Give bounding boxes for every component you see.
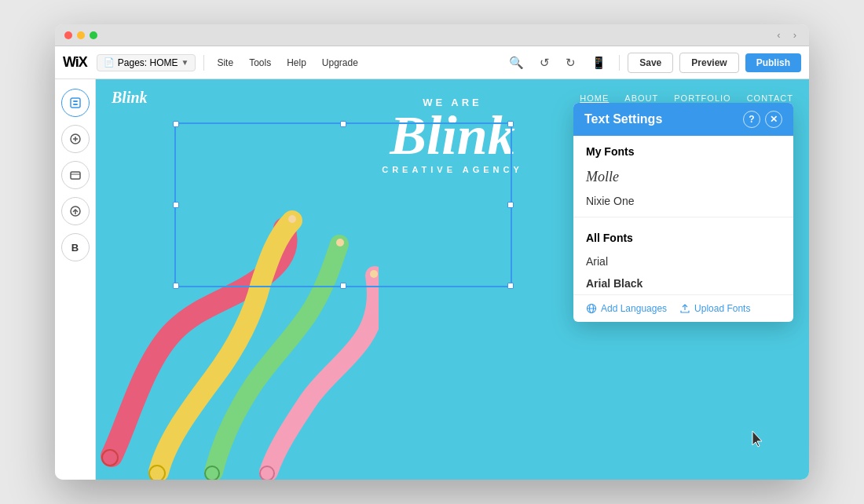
- browser-forward-btn[interactable]: ›: [790, 29, 800, 41]
- sidebar-pages-btn[interactable]: [61, 89, 90, 117]
- svg-point-17: [260, 466, 274, 480]
- text-settings-panel: Text Settings ? ✕ My Fonts Molle Nixie O…: [573, 103, 793, 322]
- browser-back-btn[interactable]: ‹: [774, 29, 783, 41]
- font-nixie-item[interactable]: Nixie One: [573, 190, 793, 212]
- browser-window: ‹ › WiX 📄 Pages: HOME ▼ Site Tools Help …: [55, 24, 809, 480]
- chevron-down-icon: ▼: [181, 58, 189, 67]
- font-arial-black-item[interactable]: Arial Black: [573, 272, 793, 294]
- handle-bottom-right[interactable]: [507, 283, 514, 289]
- panel-divider: [573, 217, 793, 217]
- publish-button[interactable]: Publish: [745, 53, 801, 72]
- svg-rect-6: [71, 172, 80, 179]
- handle-top-middle[interactable]: [340, 121, 346, 127]
- panel-header: Text Settings ? ✕: [573, 103, 793, 136]
- upload-icon: [69, 205, 82, 217]
- maximize-window-btn[interactable]: [90, 31, 97, 39]
- website-preview: Blink HOME ABOUT PORTFOLIO CONTACT WE AR…: [96, 79, 809, 480]
- font-arial-label: Arial: [586, 255, 608, 268]
- wix-logo: WiX: [63, 54, 87, 71]
- font-arial-black-label: Arial Black: [586, 277, 643, 290]
- globe-icon: [586, 303, 597, 314]
- add-icon: [69, 133, 82, 145]
- preview-button[interactable]: Preview: [679, 53, 738, 73]
- upload-fonts-action[interactable]: Upload Fonts: [679, 303, 750, 314]
- left-sidebar: B: [55, 79, 96, 480]
- svg-point-11: [102, 450, 118, 466]
- sidebar-upload-btn[interactable]: [61, 197, 90, 225]
- svg-point-15: [205, 466, 219, 480]
- toolbar-tools-link[interactable]: Tools: [244, 57, 276, 68]
- add-languages-action[interactable]: Add Languages: [586, 303, 667, 314]
- svg-rect-2: [73, 104, 78, 105]
- panel-title: Text Settings: [584, 112, 662, 126]
- search-btn[interactable]: 🔍: [504, 53, 529, 73]
- toolbar-separator-2: [619, 55, 620, 71]
- pages-icon: 📄: [104, 57, 115, 68]
- all-fonts-section-header: All Fonts: [573, 222, 793, 250]
- panel-close-button[interactable]: ✕: [765, 111, 782, 128]
- toolbar-help-link[interactable]: Help: [282, 57, 311, 68]
- panel-header-actions: ? ✕: [743, 111, 782, 128]
- pages-icon: [69, 97, 82, 109]
- font-nixie-label: Nixie One: [586, 195, 634, 207]
- svg-point-13: [149, 466, 165, 480]
- close-window-btn[interactable]: [64, 31, 72, 39]
- font-molle-item[interactable]: Molle: [573, 164, 793, 190]
- media-icon: [69, 169, 82, 181]
- canvas-area[interactable]: Blink HOME ABOUT PORTFOLIO CONTACT WE AR…: [96, 79, 809, 480]
- handle-top-left[interactable]: [173, 121, 179, 127]
- upload-fonts-label: Upload Fonts: [694, 303, 750, 314]
- my-fonts-section-header: My Fonts: [573, 136, 793, 164]
- minimize-window-btn[interactable]: [77, 31, 85, 39]
- panel-footer: Add Languages Upload Fonts: [573, 294, 793, 322]
- pages-dropdown[interactable]: 📄 Pages: HOME ▼: [97, 54, 196, 71]
- toolbar-upgrade-link[interactable]: Upgrade: [317, 57, 363, 68]
- svg-rect-1: [73, 100, 78, 102]
- pages-label: Pages: HOME: [118, 57, 178, 68]
- handle-top-right[interactable]: [507, 121, 514, 127]
- undo-btn[interactable]: ↺: [535, 53, 555, 73]
- browser-nav: ‹ ›: [774, 29, 800, 41]
- device-preview-btn[interactable]: 📱: [587, 53, 611, 73]
- add-languages-label: Add Languages: [601, 303, 667, 314]
- panel-help-button[interactable]: ?: [743, 111, 760, 128]
- svg-rect-0: [71, 98, 80, 108]
- wix-toolbar: WiX 📄 Pages: HOME ▼ Site Tools Help Upgr…: [55, 46, 809, 79]
- handle-bottom-left[interactable]: [173, 283, 179, 289]
- toolbar-site-link[interactable]: Site: [212, 57, 238, 68]
- app-icon-label: B: [71, 242, 79, 254]
- upload-fonts-icon: [679, 303, 690, 314]
- font-molle-label: Molle: [586, 169, 619, 185]
- font-arial-item[interactable]: Arial: [573, 250, 793, 272]
- selection-box: [174, 122, 512, 287]
- toolbar-separator-1: [203, 55, 204, 71]
- browser-chrome: ‹ ›: [55, 24, 809, 46]
- save-button[interactable]: Save: [628, 53, 673, 73]
- handle-bottom-middle[interactable]: [340, 283, 346, 289]
- sidebar-add-btn[interactable]: [61, 125, 90, 153]
- panel-content: My Fonts Molle Nixie One All Fonts Arial: [573, 136, 793, 294]
- handle-middle-right[interactable]: [507, 202, 514, 208]
- sidebar-media-btn[interactable]: [61, 161, 90, 189]
- cursor: [750, 429, 766, 450]
- handle-middle-left[interactable]: [173, 202, 179, 208]
- editor-area: B Blink HOME ABOUT PORTFOLIO CONTACT: [55, 79, 809, 480]
- redo-btn[interactable]: ↻: [561, 53, 580, 73]
- sidebar-app-btn[interactable]: B: [61, 233, 90, 261]
